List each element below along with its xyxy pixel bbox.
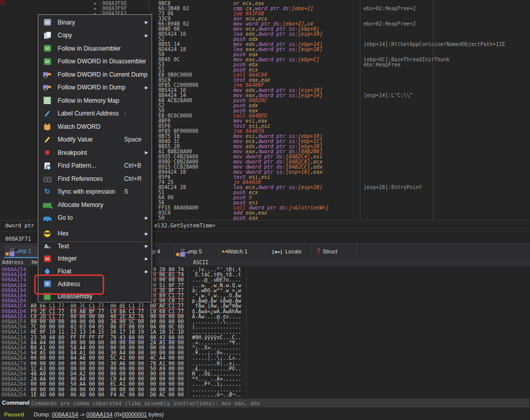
menu-item-integer[interactable]: 42Integer▶ [38, 252, 152, 265]
dump-hex-group[interactable]: 00 00 00 00 [30, 382, 64, 387]
menu-item-label: Find Pattern... [58, 162, 96, 169]
menu-item-label: Modify Value [58, 136, 92, 143]
disasm-comment: [ebp+14]:RtlGetAppContainerNamedObjectPa… [364, 42, 505, 47]
menu-item-modify-value[interactable]: Modify ValueSpace [38, 133, 152, 147]
submenu-arrow-icon: ▶ [145, 216, 148, 220]
menu-item-label: Follow in Memory Map [58, 97, 119, 104]
dump-hex-group[interactable]: 0 00 00 00 [150, 277, 184, 283]
dump-hex-group[interactable]: 0E 0F 10 11 [30, 330, 64, 335]
dump-hex-group[interactable]: 00 00 00 00 [150, 382, 184, 387]
command-input[interactable] [29, 399, 529, 408]
dump-hex-group[interactable]: 5C A1 00 00 [110, 356, 144, 361]
disasm-comment: [esp+14]:L"C:\\" [364, 93, 413, 98]
status-dump-to-link[interactable]: 008AA154 [86, 411, 112, 417]
menu-item-follow-dword-in-dump[interactable]: Follow DWORD in Dump▶ [38, 81, 152, 95]
dump-hex-group[interactable]: 50 AA 00 00 [70, 382, 104, 387]
dump-hex-group[interactable]: 16 17 18 19 [110, 330, 144, 335]
dump-ascii[interactable]: fÅw.|Åw..Åw°®Åw [192, 304, 241, 309]
dump-address[interactable]: 008AA214 [2, 330, 26, 335]
disasm-comment: [esp+28]:EntryPoint [364, 185, 422, 190]
menu-item-label: Follow DWORD in Current Dump [58, 71, 148, 78]
binoculars-icon [43, 175, 52, 183]
dump-ascii[interactable]: ........ô¬..Ø¬.. [192, 392, 241, 398]
menu-item-hex[interactable]: Hex▶ [38, 227, 152, 240]
tab-label: Struct [323, 248, 338, 254]
disasm-comment: ebx+02:HeapFree+2 [364, 6, 416, 11]
submenu-arrow-icon: ▶ [145, 256, 148, 261]
dump-hex-group[interactable]: 12 13 14 15 [70, 330, 104, 335]
submenu-arrow-icon: ▶ [145, 33, 148, 38]
menu-item-copy[interactable]: Copy▶ [38, 29, 152, 42]
menu-item-sync-with-expression[interactable]: ↻Sync with expressionS [38, 185, 152, 199]
tab-locals[interactable]: |x=|Locals [267, 245, 311, 258]
menu-item-allocate-memory[interactable]: +Allocate Memory [38, 198, 152, 212]
dump-hex-group[interactable]: 00 00 00 00 [30, 356, 64, 361]
menu-item-label: Allocate Memory [58, 201, 103, 208]
tab-dump-5[interactable]: Dump 5 [175, 245, 220, 258]
dump-hex-group[interactable]: 06 AD 00 00 [70, 392, 104, 398]
panel-right-separator [433, 0, 433, 220]
status-open-paren: (0x [112, 411, 122, 417]
dump-truck-icon [43, 71, 52, 79]
context-menu: 10Binary▶Copy▶32Follow in Disassembler32… [38, 14, 152, 302]
status-dump-from-link[interactable]: 008AA154 [52, 411, 78, 417]
submenu-arrow-icon: ▶ [145, 244, 148, 248]
breakpoint-dot-icon[interactable]: ● [94, 6, 96, 11]
submenu-arrow-icon: ▶ [145, 269, 148, 274]
menu-item-breakpoint[interactable]: Breakpoint▶ [38, 146, 152, 159]
breakpoint-icon [43, 149, 52, 157]
menu-item-label: Follow DWORD in Dump [58, 84, 126, 91]
locals-icon: |x=| [272, 248, 283, 254]
dump-address[interactable]: 008AA264 [2, 356, 26, 361]
dump-address[interactable]: 008AA1C4 [2, 304, 26, 309]
comment-separator [360, 0, 360, 220]
disasm-comment: ebx:HeapFree [364, 62, 400, 67]
dump-hex-group[interactable]: 04 A6 00 00 [70, 356, 104, 361]
menu-item-label: Sync with expression [58, 188, 115, 195]
dump-ascii[interactable]: ....@_.uÐE7o.... [192, 277, 241, 283]
integer-42-icon: 42 [43, 254, 52, 263]
dump-ascii[interactable]: .....¦..\¡..L¤.. [192, 356, 241, 361]
tab-watch-1[interactable]: Watch 1 [220, 245, 267, 258]
goto-car-icon [43, 214, 52, 222]
tab-struct[interactable]: ?Struct [311, 245, 357, 258]
dump-hex-group[interactable]: 4C A4 00 00 [150, 356, 184, 361]
dump-hex-group[interactable]: EC A1 00 00 [110, 382, 144, 387]
label-tag-icon [43, 109, 52, 118]
menu-item-find-references[interactable]: Find ReferencesCtrl+R [38, 172, 152, 185]
dump-header-ascii: ASCII [193, 259, 208, 266]
dump-address[interactable]: 008AA2B4 [2, 382, 26, 387]
menu-item-find-pattern[interactable]: Find Pattern...Ctrl+B [38, 159, 152, 173]
menu-item-label: Copy [58, 32, 72, 39]
disasm-row[interactable]: ●008A3F9F66:3B4B 02cmp cx,word ptr ds:[e… [0, 6, 530, 11]
dump-hex-group[interactable]: D8 AC 00 00 [150, 392, 184, 398]
menu-item-follow-in-memory-map[interactable]: Follow in Memory Map [38, 94, 152, 107]
dump-ascii[interactable]: ................ [192, 330, 241, 335]
menu-item-go-to[interactable]: Go to▶ [38, 212, 152, 225]
menu-item-follow-dword-in-disassembler[interactable]: 32Follow DWORD in Disassembler [38, 55, 152, 68]
dump-row[interactable]: 008AA2D41E AD 00 0006 AD 00 00F4 AC 00 0… [0, 392, 530, 398]
command-bar: Command: [0, 398, 530, 409]
dump-address[interactable]: 008AA174 [2, 277, 26, 283]
menu-item-watch-dword[interactable]: Watch DWORD [38, 120, 152, 133]
dump-hex-group[interactable]: 1A 1B 1C 1D [150, 330, 184, 335]
dump-hex-group[interactable]: 1E AD 00 00 [30, 392, 64, 398]
dump-hex-group[interactable]: F4 AC 00 00 [110, 392, 144, 398]
menu-item-label: Breakpoint [58, 149, 87, 156]
current-address-text: 008A3F71 [5, 236, 31, 242]
submenu-arrow-icon: ▶ [145, 85, 148, 90]
menu-item-label: Hex [58, 230, 68, 237]
menu-item-follow-dword-in-current-dump[interactable]: Follow DWORD in Current Dump [38, 68, 152, 81]
menu-item-label-current-address[interactable]: Label Current Address: [38, 107, 152, 121]
menu-item-follow-in-disassembler[interactable]: 32Follow in Disassembler [38, 42, 152, 55]
memory-map-icon [43, 97, 52, 105]
dump-ascii[interactable]: ....Pª..ì¡...... [192, 382, 241, 387]
breakpoint-dot-icon[interactable]: ● [94, 1, 96, 6]
menu-item-shortcut: Ctrl+R [124, 175, 141, 182]
menu-item-text[interactable]: AaText▶ [38, 240, 152, 253]
submenu-arrow-icon: ▶ [145, 150, 148, 155]
menu-item-binary[interactable]: 10Binary▶ [38, 16, 152, 29]
status-size-link[interactable]: 00000001 [122, 411, 147, 417]
sync-icon: ↻ [43, 188, 52, 196]
dump-address[interactable]: 008AA2D4 [2, 392, 26, 398]
